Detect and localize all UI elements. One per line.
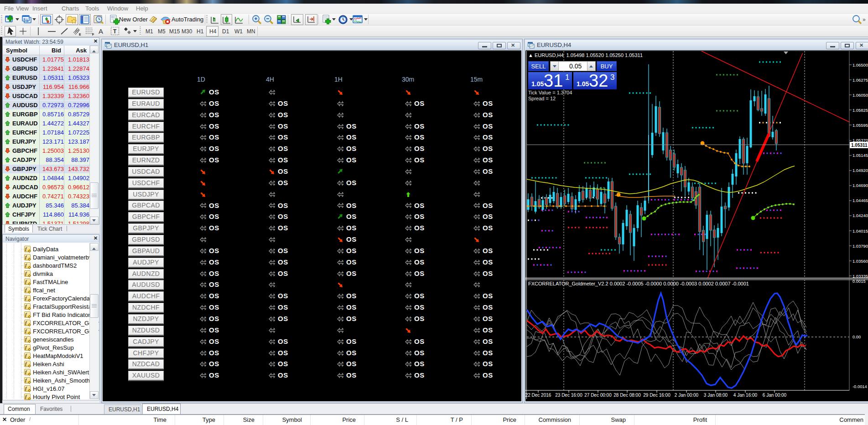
svg-text:1.06050: 1.06050 (852, 93, 868, 98)
svg-text:-0.0014: -0.0014 (852, 384, 867, 389)
svg-text:1.04920: 1.04920 (852, 168, 868, 173)
svg-text:1.05311: 1.05311 (851, 143, 868, 148)
svg-text:0.00: 0.00 (852, 334, 861, 339)
svg-text:1.03790: 1.03790 (852, 244, 868, 249)
svg-text:0.0015: 0.0015 (852, 279, 866, 284)
svg-text:22 Dec 2016: 22 Dec 2016 (525, 393, 551, 398)
svg-text:1.06500: 1.06500 (852, 62, 868, 67)
svg-text:27 Dec 00:00: 27 Dec 00:00 (584, 393, 612, 398)
svg-text:1.03335: 1.03335 (852, 274, 868, 279)
svg-text:1.04465: 1.04465 (852, 198, 868, 203)
svg-text:1.06275: 1.06275 (852, 78, 868, 83)
svg-text:3 Jan 08:00: 3 Jan 08:00 (704, 393, 728, 398)
svg-text:F: F (92, 33, 94, 36)
svg-text:1.03560: 1.03560 (852, 259, 868, 264)
svg-text:1.05825: 1.05825 (852, 108, 868, 113)
svg-text:1.04690: 1.04690 (852, 183, 868, 188)
svg-text:28 Dec 08:00: 28 Dec 08:00 (613, 393, 641, 398)
svg-text:FXCORRELATOR_Goldmeter_V2.2 0.: FXCORRELATOR_Goldmeter_V2.2 0.0002 -0.00… (528, 281, 749, 286)
svg-text:E: E (79, 33, 81, 36)
svg-text:1.05595: 1.05595 (852, 123, 868, 128)
svg-text:6 Jan 00:00: 6 Jan 00:00 (763, 393, 787, 398)
svg-text:23 Dec 16:00: 23 Dec 16:00 (555, 393, 582, 398)
svg-text:2 Jan 00:00: 2 Jan 00:00 (675, 393, 699, 398)
svg-text:T: T (113, 28, 117, 35)
svg-text:1.05145: 1.05145 (852, 153, 868, 158)
svg-text:Spread = 12: Spread = 12 (528, 96, 556, 101)
svg-text:▲ EURUSD,H4 1.05498 1.05520 1: ▲ EURUSD,H4 1.05498 1.05520 1.05250 1.05… (528, 52, 643, 58)
svg-text:4 Jan 16:00: 4 Jan 16:00 (733, 393, 758, 398)
svg-text:1.04015: 1.04015 (852, 228, 868, 233)
svg-text:1.04240: 1.04240 (852, 213, 868, 218)
svg-text:29 Dec 16:00: 29 Dec 16:00 (643, 393, 670, 398)
